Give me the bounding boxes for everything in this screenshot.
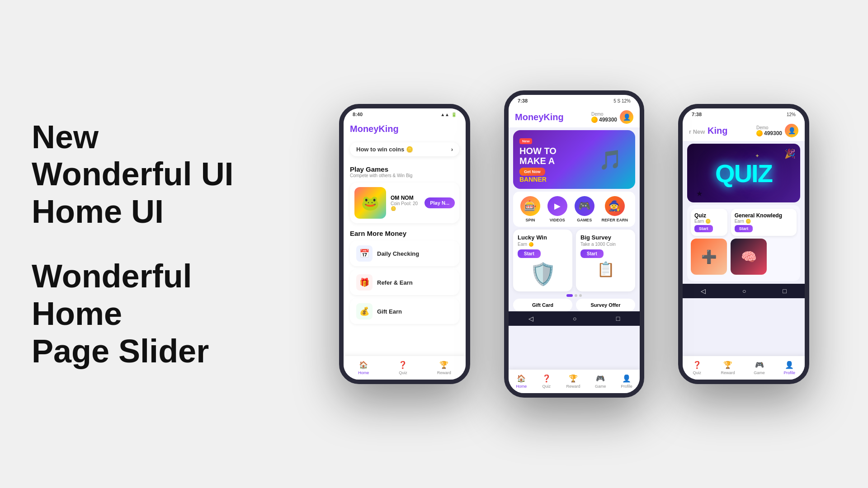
general-start-btn[interactable]: Start: [735, 225, 753, 232]
big-survey-earn: Take a 1000 Coin: [580, 242, 631, 247]
nav-quiz-center[interactable]: ❓ Quiz: [542, 373, 552, 389]
cards-row-1: Lucky Win Earn Start 🛡️ Big Survey: [513, 230, 635, 291]
nav-game-center[interactable]: 🎮 Game: [595, 373, 606, 389]
game-name: OM NOM: [391, 195, 420, 201]
home-btn-center[interactable]: ○: [573, 315, 576, 322]
coin-icon-right: [756, 130, 763, 136]
big-survey-start-btn[interactable]: Start: [580, 249, 604, 258]
trophy-area: 🛡️: [518, 262, 568, 287]
nav-home-center[interactable]: 🏠 Home: [516, 373, 527, 389]
general-earn: Earn 🪙: [735, 219, 793, 224]
demo-label-center: Demo: [591, 112, 617, 117]
header-right-center: Demo 499300 👤: [591, 110, 633, 124]
status-time-right: 7:38: [692, 112, 702, 117]
gift-card-item[interactable]: Gift Card: [513, 299, 572, 311]
earn-item-daily[interactable]: 📅 Daily Checking: [350, 241, 459, 266]
phones-wrapper: 8:40 ▲▲ 🔋 MoneyKing How to: [303, 50, 845, 438]
refer-icon: 🎁: [356, 274, 373, 291]
refer-earn-icon: 🧙: [605, 196, 625, 216]
coin-badge-center: 499300: [591, 117, 617, 123]
nav-game-right[interactable]: 🎮 Game: [754, 360, 765, 375]
recent-btn-center[interactable]: □: [616, 315, 620, 322]
quiz-card-1[interactable]: Quiz Earn 🪙 Start: [691, 209, 727, 236]
banner-slider[interactable]: New HOW TO MAKE A Get Now BANNER 🎵: [513, 130, 635, 189]
bottom-nav-left: 🏠 Home ❓ Quiz 🏆 Reward: [344, 356, 466, 380]
nav-reward-center[interactable]: 🏆 Reward: [566, 373, 580, 389]
heading-line1: New Wonderful UI Home UI: [32, 118, 249, 230]
app-header-left: MoneyKing: [344, 120, 466, 138]
survey-offer-title: Survey Offer: [580, 302, 632, 308]
recent-btn-right[interactable]: □: [783, 287, 786, 295]
game-card[interactable]: 🐸 OM NOM Coin Pool: 20 🪙 Play N...: [350, 183, 459, 223]
heading-line2: Wonderful Home Page Slider: [32, 258, 249, 370]
status-bar-left: 8:40 ▲▲ 🔋: [344, 108, 466, 120]
nav-profile-center[interactable]: 👤 Profile: [621, 373, 632, 389]
home-btn-right[interactable]: ○: [742, 287, 746, 295]
cat-refer[interactable]: 🧙 REFER EARN: [602, 196, 628, 222]
games-icon: 🎮: [575, 196, 594, 216]
gift-section: Gift Card Survey Offer: [513, 299, 635, 311]
lucky-win-earn: Earn: [518, 242, 568, 247]
nav-quiz-left[interactable]: ❓ Quiz: [398, 360, 408, 375]
phone-center-body: 7:38 5 S 12% MoneyKing Demo: [504, 90, 644, 398]
refer-earn-label-cat: REFER EARN: [602, 218, 628, 222]
nav-home-left[interactable]: 🏠 Home: [358, 360, 369, 375]
phone-right-screen: 7:38 12% r New King Demo: [683, 108, 805, 380]
category-row: 🎰 SPIN ▶ VIDEOS 🎮 GAMES 🧙: [513, 192, 635, 227]
earn-section: Earn More Money 📅 Daily Checking 🎁 Refer…: [344, 226, 466, 329]
avatar-center[interactable]: 👤: [620, 110, 633, 124]
nav-profile-right[interactable]: 👤 Profile: [784, 360, 796, 375]
get-now-btn[interactable]: Get Now: [519, 168, 545, 176]
status-bar-right: 7:38 12%: [683, 108, 805, 120]
game-thumbnail: 🐸: [354, 187, 386, 219]
phone-center: 7:38 5 S 12% MoneyKing Demo: [504, 90, 644, 398]
status-bar-center: 7:38 5 S 12%: [509, 95, 640, 107]
play-games-section: Play Games Compete with others & Win Big: [344, 161, 466, 180]
header-right-right: Demo 499300 👤: [756, 124, 798, 137]
coin-icon-center: [591, 117, 598, 123]
how-to-win-btn[interactable]: How to win coins 🪙 ›: [350, 142, 459, 156]
play-btn[interactable]: Play N...: [425, 197, 455, 208]
banner-new-badge: New: [519, 138, 532, 144]
quiz-card-general[interactable]: General Knowledg Earn 🪙 Start: [731, 209, 797, 236]
quiz-card-row-1: Quiz Earn 🪙 Start General Knowledg Earn …: [691, 209, 797, 236]
cat-games[interactable]: 🎮 GAMES: [575, 196, 594, 222]
daily-checking-label: Daily Checking: [377, 250, 419, 257]
earn-item-gift[interactable]: 💰 Gift Earn: [350, 299, 459, 324]
gift-earn-label: Gift Earn: [377, 308, 402, 315]
app-header-right: r New King Demo 499300 👤: [683, 120, 805, 141]
bottom-nav-center: 🏠 Home ❓ Quiz 🏆 Reward 🎮: [509, 370, 640, 393]
phone-right: 7:38 12% r New King Demo: [678, 104, 809, 384]
phones-container: 8:40 ▲▲ 🔋 MoneyKing How to: [280, 0, 868, 488]
left-text-section: New Wonderful UI Home UI Wonderful Home …: [0, 91, 280, 397]
lucky-win-start-btn[interactable]: Start: [518, 249, 541, 258]
gift-card-title: Gift Card: [517, 302, 569, 308]
lucky-win-card[interactable]: Lucky Win Earn Start 🛡️: [513, 230, 572, 291]
spin-icon: 🎰: [520, 196, 540, 216]
avatar-right[interactable]: 👤: [785, 124, 798, 137]
earn-item-refer[interactable]: 🎁 Refer & Earn: [350, 270, 459, 295]
status-icons-left: ▲▲ 🔋: [440, 112, 457, 117]
back-btn-right[interactable]: ◁: [701, 287, 706, 295]
phone-right-body: 7:38 12% r New King Demo: [678, 104, 809, 384]
survey-offer-item[interactable]: Survey Offer: [576, 299, 635, 311]
banner-title: HOW TO MAKE A: [519, 146, 557, 166]
logo-left: MoneyKing: [350, 124, 399, 134]
demo-label-right: Demo: [756, 125, 782, 130]
games-label: GAMES: [577, 218, 592, 222]
phone-left: 8:40 ▲▲ 🔋 MoneyKing How to: [339, 104, 470, 384]
cat-spin[interactable]: 🎰 SPIN: [520, 196, 540, 222]
play-games-subtitle: Compete with others & Win Big: [350, 173, 459, 178]
videos-label: VIDEOS: [550, 218, 565, 222]
cat-videos[interactable]: ▶ VIDEOS: [547, 196, 567, 222]
nav-quiz-right[interactable]: ❓ Quiz: [692, 360, 702, 375]
back-btn-center[interactable]: ◁: [528, 315, 533, 322]
brain-quiz-thumbnail[interactable]: 🧠: [731, 239, 767, 275]
nav-reward-left[interactable]: 🏆 Reward: [437, 360, 451, 375]
logo-right: r New King: [689, 126, 727, 136]
math-quiz-thumbnail[interactable]: ➕: [691, 239, 727, 275]
quiz1-start-btn[interactable]: Start: [694, 225, 713, 232]
big-survey-card[interactable]: Big Survey Take a 1000 Coin Start 📋: [576, 230, 635, 291]
nav-reward-right[interactable]: 🏆 Reward: [721, 360, 735, 375]
phone-center-screen: 7:38 5 S 12% MoneyKing Demo: [509, 95, 640, 393]
